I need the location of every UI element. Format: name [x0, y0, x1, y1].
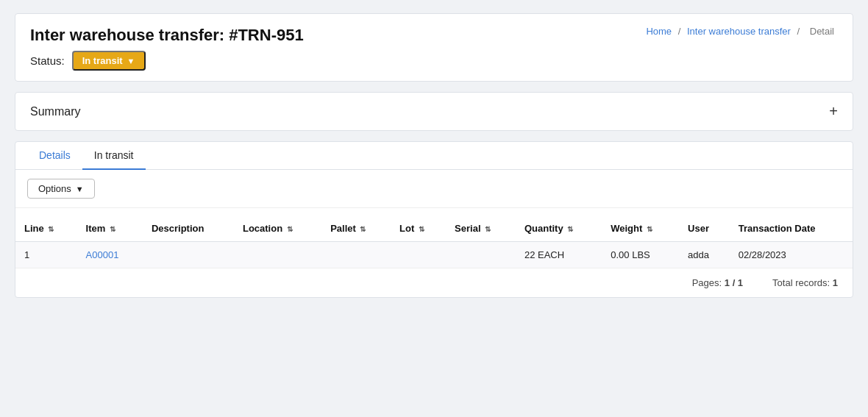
sort-icon-weight: ⇅ [647, 225, 652, 233]
breadcrumb-current: Detail [810, 26, 834, 37]
pages-value: 1 / 1 [725, 277, 743, 288]
col-user: User [679, 215, 730, 242]
summary-expand-button[interactable]: + [829, 103, 838, 120]
col-weight[interactable]: Weight ⇅ [602, 215, 679, 242]
cell-location [234, 242, 321, 268]
cell-transaction_date: 02/28/2023 [730, 242, 853, 268]
cell-user: adda [679, 242, 730, 268]
table-wrapper: Line ⇅ Item ⇅ Description Location ⇅ [15, 208, 853, 268]
table-header-row: Line ⇅ Item ⇅ Description Location ⇅ [15, 215, 853, 242]
table-row: 1A0000122 EACH0.00 LBSadda02/28/2023 [15, 242, 853, 268]
col-line[interactable]: Line ⇅ [15, 215, 77, 242]
pagination-bar: Pages: 1 / 1 Total records: 1 [15, 268, 853, 297]
sort-icon-pallet: ⇅ [360, 225, 366, 233]
col-pallet[interactable]: Pallet ⇅ [321, 215, 391, 242]
options-button[interactable]: Options ▼ [27, 179, 95, 199]
tab-in-transit[interactable]: In transit [82, 142, 146, 170]
col-description: Description [143, 215, 234, 242]
status-value: In transit [82, 55, 123, 66]
records-info: Total records: 1 [772, 277, 838, 288]
options-bar: Options ▼ [15, 170, 853, 208]
breadcrumb: Home / Inter warehouse transfer / Detail [646, 26, 838, 37]
col-quantity[interactable]: Quantity ⇅ [516, 215, 602, 242]
options-chevron-icon: ▼ [76, 185, 84, 193]
tabs-bar: Details In transit [15, 142, 853, 170]
sort-icon-item: ⇅ [110, 225, 115, 233]
col-item[interactable]: Item ⇅ [77, 215, 143, 242]
breadcrumb-section[interactable]: Inter warehouse transfer [687, 26, 791, 37]
col-lot[interactable]: Lot ⇅ [391, 215, 446, 242]
cell-lot [391, 242, 446, 268]
col-transaction-date: Transaction Date [730, 215, 853, 242]
cell-weight: 0.00 LBS [602, 242, 679, 268]
options-label: Options [38, 183, 71, 194]
status-label: Status: [30, 54, 65, 67]
header-section: Home / Inter warehouse transfer / Detail… [15, 13, 853, 82]
cell-line: 1 [15, 242, 77, 268]
breadcrumb-home[interactable]: Home [646, 26, 672, 37]
tab-details[interactable]: Details [27, 142, 82, 170]
summary-title: Summary [30, 105, 80, 118]
col-serial[interactable]: Serial ⇅ [446, 215, 516, 242]
status-chevron-icon: ▼ [127, 57, 135, 65]
cell-description [143, 242, 234, 268]
item-link[interactable]: A00001 [86, 249, 119, 260]
col-location[interactable]: Location ⇅ [234, 215, 321, 242]
cell-serial [446, 242, 516, 268]
sort-icon-location: ⇅ [287, 225, 293, 233]
data-table: Line ⇅ Item ⇅ Description Location ⇅ [15, 215, 853, 268]
summary-section: Summary + [15, 92, 853, 131]
sort-icon-serial: ⇅ [485, 225, 491, 233]
cell-pallet [321, 242, 391, 268]
sort-icon-lot: ⇅ [419, 225, 424, 233]
pages-info: Pages: 1 / 1 [692, 277, 743, 288]
sort-icon-line: ⇅ [48, 225, 54, 233]
sort-icon-quantity: ⇅ [567, 225, 573, 233]
cell-item[interactable]: A00001 [77, 242, 143, 268]
status-row: Status: In transit ▼ [30, 51, 838, 71]
status-badge[interactable]: In transit ▼ [72, 51, 146, 71]
tabs-section: Details In transit Options ▼ Line ⇅ [15, 141, 853, 298]
records-value: 1 [833, 277, 838, 288]
cell-quantity: 22 EACH [516, 242, 602, 268]
